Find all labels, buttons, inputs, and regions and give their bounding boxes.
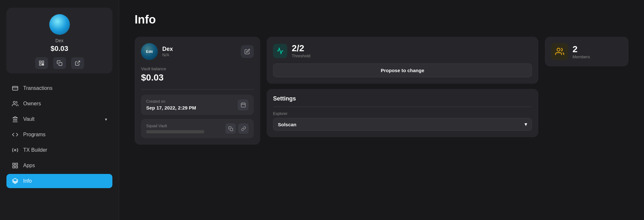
vault-balance-sidebar: $0.03: [51, 44, 68, 53]
propose-change-button[interactable]: Propose to change: [273, 63, 532, 77]
svg-line-8: [77, 61, 80, 63]
sidebar-item-owners[interactable]: Owners: [6, 97, 112, 111]
vault-card: Dex $0.03: [6, 8, 112, 73]
svg-rect-5: [42, 65, 43, 65]
sidebar-item-tx-builder[interactable]: TX Builder: [6, 143, 112, 157]
svg-point-11: [13, 101, 15, 104]
apps-label: Apps: [23, 163, 35, 168]
created-label: Created on: [146, 99, 196, 104]
bank-icon: [12, 116, 19, 122]
vault-edit-button[interactable]: [241, 45, 254, 58]
svg-rect-0: [39, 61, 41, 62]
chevron-down-icon: ▾: [525, 121, 527, 127]
main-content: Info Edit Dex N/A: [119, 0, 644, 220]
edit-overlay: Edit: [141, 43, 158, 60]
copy-button[interactable]: [53, 57, 66, 69]
svg-rect-6: [43, 65, 43, 65]
threshold-icon: [273, 44, 287, 58]
tx-builder-label: TX Builder: [23, 147, 47, 153]
owners-label: Owners: [23, 101, 41, 107]
squad-vault-address: [146, 130, 204, 133]
sidebar-item-info[interactable]: Info: [6, 174, 112, 188]
svg-rect-3: [42, 64, 43, 64]
sidebar-item-programs[interactable]: Programs: [6, 128, 112, 142]
svg-rect-9: [13, 86, 18, 90]
created-date: Sep 17, 2022, 2:29 PM: [146, 105, 196, 110]
explorer-select[interactable]: Solscan ▾: [273, 118, 532, 131]
cards-grid: Edit Dex N/A Vault balance $0.03: [135, 37, 629, 145]
share-button[interactable]: [71, 57, 84, 69]
link-address-button[interactable]: [238, 123, 249, 134]
vault-balance-main: $0.03: [141, 72, 254, 83]
members-count: 2: [573, 44, 590, 54]
page-title: Info: [135, 13, 629, 26]
threshold-value: 2/2: [292, 43, 310, 53]
qr-button[interactable]: [35, 57, 48, 69]
svg-rect-1: [42, 61, 43, 62]
vault-info-avatar[interactable]: Edit: [141, 43, 158, 60]
svg-marker-17: [13, 117, 17, 118]
vault-name: Dex: [55, 38, 63, 43]
settings-divider: [273, 107, 532, 107]
svg-rect-20: [16, 163, 18, 165]
vault-info-header: Edit Dex N/A: [141, 43, 254, 60]
svg-rect-7: [59, 62, 62, 66]
layers-icon: [12, 178, 19, 184]
svg-rect-19: [13, 163, 15, 165]
people-icon: [12, 100, 19, 107]
card-icon: [12, 85, 19, 91]
vault-info-name: Dex: [162, 46, 173, 53]
balance-label: Vault balance: [141, 66, 254, 71]
explorer-value: Solscan: [278, 122, 297, 127]
nav-list: Transactions Owners: [6, 81, 112, 214]
threshold-header: 2/2 Threshold: [273, 43, 532, 58]
sidebar-item-apps[interactable]: Apps: [6, 158, 112, 173]
code-icon: [12, 131, 19, 138]
members-card: 2 Members: [545, 37, 629, 66]
vault-label: Vault: [23, 116, 34, 122]
explorer-label: Explorer: [273, 111, 532, 116]
squad-vault-label: Squad Vault: [146, 124, 204, 128]
svg-point-29: [557, 48, 560, 51]
programs-label: Programs: [23, 132, 45, 138]
svg-rect-24: [241, 103, 245, 107]
sidebar-item-transactions[interactable]: Transactions: [6, 81, 112, 95]
svg-point-18: [14, 149, 16, 151]
vault-info-card: Edit Dex N/A Vault balance $0.03: [135, 37, 260, 145]
created-on-card: Created on Sep 17, 2022, 2:29 PM: [141, 95, 254, 115]
svg-rect-21: [13, 166, 15, 168]
card-divider: [141, 89, 254, 90]
tx-builder-icon: [12, 147, 19, 153]
squad-vault-card: Squad Vault: [141, 119, 254, 138]
middle-column: 2/2 Threshold Propose to change Settings…: [267, 37, 538, 137]
svg-rect-28: [230, 128, 232, 130]
vault-info-status: N/A: [162, 53, 173, 57]
transactions-label: Transactions: [23, 85, 52, 91]
svg-rect-4: [43, 64, 43, 64]
grid-icon: [12, 162, 19, 169]
vault-chevron-icon: ▾: [105, 117, 107, 122]
threshold-label: Threshold: [292, 53, 310, 58]
svg-rect-2: [39, 64, 41, 65]
svg-rect-22: [16, 166, 18, 168]
calendar-button[interactable]: [238, 100, 249, 110]
copy-address-button[interactable]: [225, 123, 236, 134]
vault-identity: Edit Dex N/A: [141, 43, 173, 60]
squad-vault-actions: [225, 123, 249, 134]
sidebar-item-vault[interactable]: Vault ▾: [6, 112, 112, 126]
members-icon: [551, 43, 568, 60]
threshold-card: 2/2 Threshold Propose to change: [267, 37, 538, 84]
sidebar: Dex $0.03: [0, 0, 119, 220]
vault-avatar: [49, 14, 70, 35]
settings-title: Settings: [273, 95, 532, 102]
info-label: Info: [23, 178, 32, 184]
settings-card: Settings Explorer Solscan ▾: [267, 89, 538, 137]
members-label: Members: [573, 54, 590, 59]
